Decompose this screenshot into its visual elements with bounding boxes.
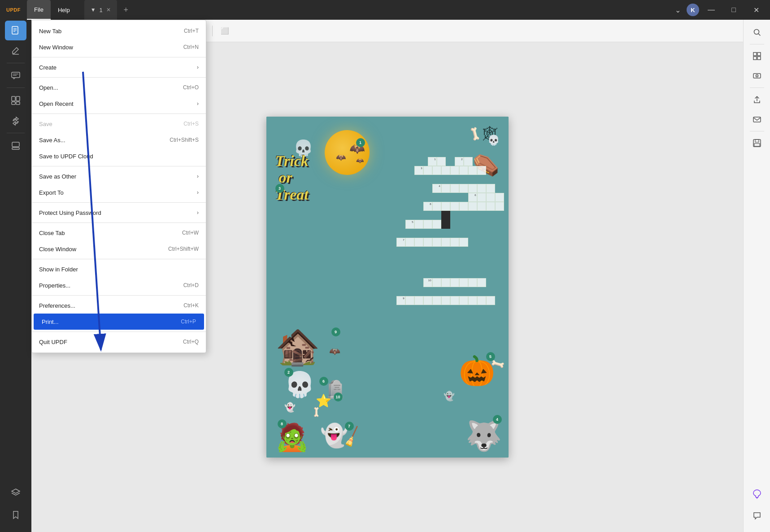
right-ai-icon[interactable] [748, 485, 766, 503]
right-search-icon[interactable] [748, 23, 766, 41]
updf-logo: UPDF [0, 0, 27, 20]
new-tab-button[interactable]: + [119, 3, 133, 17]
svg-rect-9 [16, 96, 20, 101]
left-sidebar [0, 0, 31, 532]
reading-mode-button[interactable]: ⬜ [218, 24, 232, 38]
svg-rect-18 [753, 57, 757, 60]
sidebar-separator-3 [7, 133, 25, 133]
pdf-preview: 💀 🦇 🦇 🦇 🦴 🕸 💀 ⚰️ Trick or Treat 1 3 1 [266, 117, 509, 458]
svg-rect-20 [753, 74, 761, 78]
avatar[interactable]: K [687, 4, 699, 16]
menu-sep-9 [32, 331, 206, 332]
sidebar-icon-comment[interactable] [5, 66, 26, 86]
export-to-arrow-icon: › [197, 189, 199, 196]
save-as-other-arrow-icon: › [197, 173, 199, 179]
menu-new-tab[interactable]: New Tab Ctrl+T [32, 23, 206, 39]
menu-sep-1 [32, 57, 206, 57]
menu-new-window[interactable]: New Window Ctrl+N [32, 39, 206, 55]
svg-line-15 [758, 34, 760, 36]
menu-create[interactable]: Create › [32, 59, 206, 75]
right-sidebar-bottom [748, 485, 766, 532]
document-tab[interactable]: ▼ 1 ✕ [84, 0, 117, 20]
menu-export-to[interactable]: Export To › [32, 184, 206, 201]
file-menu-dropdown: New Tab Ctrl+T New Window Ctrl+N Create … [31, 20, 206, 353]
right-email-icon[interactable] [748, 110, 766, 128]
updf-logo-text: UPDF [6, 7, 21, 13]
menu-save-to-cloud[interactable]: Save to UPDF Cloud [32, 148, 206, 164]
right-share-icon[interactable] [748, 91, 766, 109]
menu-print[interactable]: Print... Ctrl+P [34, 314, 204, 330]
tabs-dropdown-button[interactable]: ⌄ [670, 3, 685, 17]
sidebar-bottom [5, 482, 26, 532]
menu-sep-7 [32, 259, 206, 259]
menu-quit[interactable]: Quit UPDF Ctrl+Q [32, 334, 206, 350]
menu-sep-2 [32, 77, 206, 78]
svg-rect-17 [757, 52, 761, 56]
menu-show-in-folder[interactable]: Show in Folder [32, 261, 206, 277]
sidebar-separator-2 [7, 87, 25, 88]
circle-4: 4 [493, 415, 502, 424]
sidebar-icon-organize[interactable] [5, 91, 26, 110]
right-sep-2 [750, 87, 764, 88]
title-bar: UPDF File Help ▼ 1 ✕ + ⌄ K — □ ✕ [0, 0, 770, 20]
close-button[interactable]: ✕ [746, 3, 766, 17]
svg-rect-22 [753, 117, 761, 122]
menu-sep-3 [32, 113, 206, 114]
right-sep-3 [750, 131, 764, 131]
help-menu-button[interactable]: Help [51, 0, 77, 20]
sidebar-icon-layers[interactable] [5, 483, 26, 502]
minimize-button[interactable]: — [701, 3, 722, 17]
right-sidebar [743, 20, 770, 532]
sidebar-icon-convert[interactable] [5, 111, 26, 131]
file-menu-button[interactable]: File [27, 0, 51, 20]
sidebar-icon-document[interactable] [5, 21, 26, 40]
circle-7: 7 [345, 422, 354, 431]
window-controls: ⌄ K — □ ✕ [670, 3, 770, 17]
svg-rect-19 [757, 57, 761, 60]
svg-rect-8 [12, 96, 15, 101]
circle-3: 3 [275, 184, 284, 193]
menu-open-recent[interactable]: Open Recent › [32, 96, 206, 112]
menu-save-as[interactable]: Save As... Ctrl+Shift+S [32, 132, 206, 148]
right-sep-1 [750, 44, 764, 44]
menu-sep-8 [32, 295, 206, 296]
sidebar-icon-bookmark[interactable] [5, 505, 26, 525]
menu-save[interactable]: Save Ctrl+S [32, 116, 206, 132]
circle-2: 2 [284, 368, 293, 377]
svg-rect-13 [12, 148, 19, 149]
sidebar-icon-stamp[interactable] [5, 136, 26, 156]
svg-rect-12 [12, 142, 19, 147]
right-redact-icon[interactable] [748, 67, 766, 85]
circle-9: 9 [331, 327, 340, 336]
maximize-button[interactable]: □ [723, 3, 744, 17]
toolbar-separator-2 [212, 26, 213, 36]
svg-rect-16 [753, 52, 757, 56]
menu-properties[interactable]: Properties... Ctrl+D [32, 277, 206, 293]
menu-save-as-other[interactable]: Save as Other › [32, 168, 206, 184]
menu-sep-4 [32, 166, 206, 166]
svg-rect-10 [12, 102, 15, 105]
right-ocr-icon[interactable] [748, 47, 766, 65]
tab-close-button[interactable]: ✕ [106, 7, 111, 13]
menu-close-window[interactable]: Close Window Ctrl+Shift+W [32, 241, 206, 257]
open-recent-arrow-icon: › [197, 100, 199, 107]
circle-6: 6 [319, 377, 328, 386]
menu-protect-password[interactable]: Protect Using Password › [32, 205, 206, 221]
menu-open[interactable]: Open... Ctrl+O [32, 79, 206, 96]
sidebar-separator-1 [7, 63, 25, 63]
circle-1: 1 [356, 138, 365, 147]
crossword-grid: 1 2 3 4 [378, 157, 504, 372]
svg-rect-25 [754, 144, 760, 146]
right-save-icon[interactable] [748, 134, 766, 152]
svg-point-21 [756, 75, 758, 77]
menu-close-tab[interactable]: Close Tab Ctrl+W [32, 225, 206, 241]
circle-10: 10 [334, 392, 343, 401]
pdf-title: Trick or Treat [275, 153, 309, 203]
sidebar-icon-edit[interactable] [5, 41, 26, 61]
svg-rect-24 [755, 140, 759, 142]
right-chat-icon[interactable] [748, 507, 766, 525]
create-arrow-icon: › [197, 64, 199, 70]
tab-bar: File Help ▼ 1 ✕ + [27, 0, 670, 20]
menu-preferences[interactable]: Preferences... Ctrl+K [32, 297, 206, 314]
protect-arrow-icon: › [197, 209, 199, 216]
